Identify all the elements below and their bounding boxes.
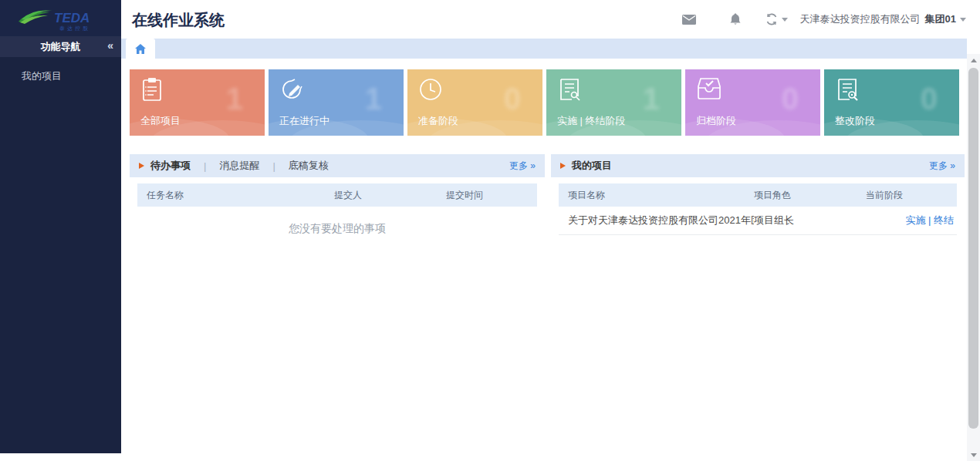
topbar: 在线作业系统 天津泰达投资控股有限公司 集团01 bbox=[121, 0, 980, 39]
chevron-down-icon bbox=[782, 18, 788, 22]
card-label: 整改阶段 bbox=[835, 114, 875, 128]
card-label: 归档阶段 bbox=[696, 114, 736, 128]
projects-panel-header: 我的项目 更多 » bbox=[551, 154, 965, 177]
card-implementation[interactable]: 1 实施 | 终结阶段 bbox=[546, 69, 681, 136]
refresh-icon[interactable] bbox=[765, 13, 788, 25]
sidebar-header: 功能导航 « bbox=[0, 36, 121, 57]
todo-table-header: 任务名称 提交人 提交时间 bbox=[137, 183, 537, 207]
todo-empty-message: 您没有要处理的事项 bbox=[130, 222, 545, 236]
col-submit-time: 提交时间 bbox=[446, 189, 537, 202]
vertical-scrollbar[interactable] bbox=[967, 54, 980, 461]
col-task-name: 任务名称 bbox=[137, 189, 334, 202]
brand-name: TEDA bbox=[54, 11, 90, 25]
sidebar-item-my-projects[interactable]: 我的项目 bbox=[0, 57, 121, 83]
sidebar-header-label: 功能导航 bbox=[41, 40, 81, 54]
col-project-name: 项目名称 bbox=[559, 189, 754, 202]
page-title: 在线作业系统 bbox=[132, 10, 225, 31]
doc-search-icon bbox=[557, 77, 582, 105]
separator: | bbox=[272, 160, 275, 172]
brand-logo: TEDA 泰达控股 bbox=[0, 0, 121, 36]
tab-bar bbox=[121, 39, 967, 59]
card-in-progress[interactable]: 1 正在进行中 bbox=[269, 69, 404, 136]
col-project-role: 项目角色 bbox=[754, 189, 866, 202]
scroll-up-icon[interactable] bbox=[967, 54, 980, 66]
archive-check-icon bbox=[696, 77, 722, 103]
bullet-icon bbox=[560, 163, 566, 169]
teda-logo-icon: TEDA 泰达控股 bbox=[15, 5, 106, 32]
card-preparation[interactable]: 0 准备阶段 bbox=[407, 69, 542, 136]
todo-title: 待办事项 bbox=[150, 159, 191, 173]
card-all-projects[interactable]: 1 全部项目 bbox=[130, 69, 265, 136]
col-submitter: 提交人 bbox=[334, 189, 446, 202]
separator: | bbox=[204, 160, 206, 172]
card-count: 0 bbox=[921, 82, 938, 116]
todo-panel: 待办事项 | 消息提醒 | 底稿复核 更多 » 任务名称 提交人 提交时间 您没… bbox=[130, 154, 545, 453]
topbar-actions: 天津泰达投资控股有限公司 集团01 bbox=[682, 0, 966, 39]
col-current-stage: 当前阶段 bbox=[866, 189, 957, 202]
doc-wrench-icon bbox=[835, 77, 860, 105]
scrollbar-thumb[interactable] bbox=[968, 68, 978, 429]
project-stage-link[interactable]: 实施 | 终结 bbox=[866, 214, 957, 227]
home-icon bbox=[135, 44, 146, 54]
card-count: 1 bbox=[365, 82, 382, 116]
company-name: 天津泰达投资控股有限公司 bbox=[800, 12, 921, 26]
mail-icon[interactable] bbox=[682, 15, 696, 25]
stage-cards: 1 全部项目 1 正在进行中 0 准备阶段 1 实施 | 终结阶段 0 归档阶段 bbox=[130, 69, 959, 136]
projects-more-link[interactable]: 更多 » bbox=[929, 160, 955, 173]
sidebar: TEDA 泰达控股 功能导航 « 我的项目 bbox=[0, 0, 121, 453]
clipboard-list-icon bbox=[140, 77, 164, 105]
todo-panel-header: 待办事项 | 消息提醒 | 底稿复核 更多 » bbox=[130, 154, 545, 177]
brand-subtitle: 泰达控股 bbox=[59, 25, 90, 32]
project-name: 关于对天津泰达投资控股有限公司2021年固定... bbox=[559, 214, 754, 227]
scroll-down-icon[interactable] bbox=[967, 449, 980, 461]
project-row[interactable]: 关于对天津泰达投资控股有限公司2021年固定... 项目组长 实施 | 终结 bbox=[559, 207, 957, 235]
bullet-icon bbox=[139, 163, 144, 169]
tab-draft-review[interactable]: 底稿复核 bbox=[289, 159, 329, 173]
projects-table-header: 项目名称 项目角色 当前阶段 bbox=[559, 183, 957, 207]
tab-home[interactable] bbox=[126, 39, 155, 59]
card-count: 1 bbox=[226, 82, 243, 116]
bell-icon[interactable] bbox=[730, 13, 741, 25]
card-count: 0 bbox=[504, 82, 521, 116]
project-role: 项目组长 bbox=[754, 214, 866, 227]
card-count: 1 bbox=[643, 82, 660, 116]
edit-circle-icon bbox=[279, 77, 304, 105]
todo-more-link[interactable]: 更多 » bbox=[509, 160, 536, 173]
card-label: 实施 | 终结阶段 bbox=[557, 114, 626, 128]
chevron-down-icon bbox=[960, 18, 966, 22]
group-name: 集团01 bbox=[925, 12, 956, 26]
card-label: 全部项目 bbox=[140, 114, 181, 128]
projects-title: 我的项目 bbox=[572, 159, 612, 173]
card-label: 准备阶段 bbox=[418, 114, 458, 128]
collapse-sidebar-icon[interactable]: « bbox=[107, 39, 113, 52]
card-archive[interactable]: 0 归档阶段 bbox=[685, 69, 820, 136]
account-switcher[interactable]: 天津泰达投资控股有限公司 集团01 bbox=[800, 12, 966, 26]
tab-message-reminders[interactable]: 消息提醒 bbox=[219, 159, 259, 173]
card-label: 正在进行中 bbox=[279, 114, 329, 128]
card-rectification[interactable]: 0 整改阶段 bbox=[824, 69, 959, 136]
card-count: 0 bbox=[782, 82, 799, 116]
clock-icon bbox=[418, 77, 443, 105]
projects-panel: 我的项目 更多 » 项目名称 项目角色 当前阶段 关于对天津泰达投资控股有限公司… bbox=[551, 154, 965, 453]
